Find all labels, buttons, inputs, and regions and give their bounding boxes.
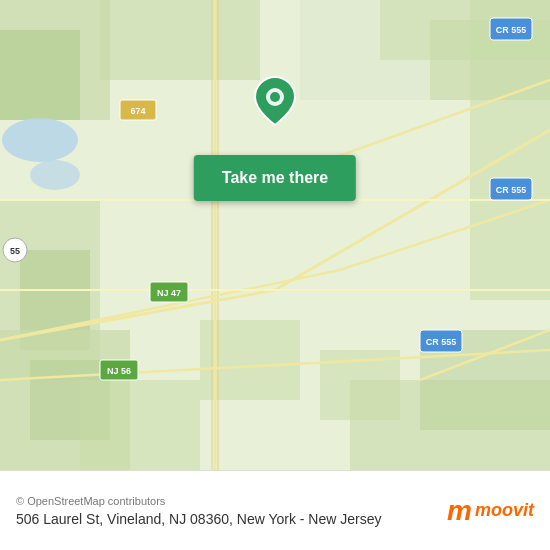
- moovit-m-icon: m: [447, 495, 471, 527]
- svg-text:55: 55: [10, 246, 20, 256]
- bottom-info-bar: © OpenStreetMap contributors 506 Laurel …: [0, 470, 550, 550]
- svg-rect-14: [80, 380, 200, 470]
- svg-point-4: [30, 160, 80, 190]
- svg-text:CR 555: CR 555: [496, 185, 527, 195]
- svg-point-46: [270, 92, 280, 102]
- map-view: CR 555 CR 555 CR 555 NJ 47 NJ 56 55 674 …: [0, 0, 550, 470]
- take-me-there-button[interactable]: Take me there: [194, 155, 356, 201]
- svg-rect-9: [470, 0, 550, 300]
- svg-text:674: 674: [130, 106, 145, 116]
- map-pin-icon: [253, 75, 297, 127]
- map-background: CR 555 CR 555 CR 555 NJ 47 NJ 56 55 674: [0, 0, 550, 470]
- svg-text:NJ 56: NJ 56: [107, 366, 131, 376]
- svg-rect-5: [100, 0, 260, 80]
- svg-point-3: [2, 118, 78, 162]
- address-text: 506 Laurel St, Vineland, NJ 08360, New Y…: [16, 511, 382, 527]
- copyright-text: © OpenStreetMap contributors: [16, 495, 382, 507]
- moovit-logo: m moovit: [447, 495, 534, 527]
- moovit-brand-text: moovit: [475, 500, 534, 521]
- svg-rect-2: [0, 30, 80, 120]
- address-area: © OpenStreetMap contributors 506 Laurel …: [16, 495, 382, 527]
- svg-text:CR 555: CR 555: [426, 337, 457, 347]
- svg-text:CR 555: CR 555: [496, 25, 527, 35]
- svg-text:NJ 47: NJ 47: [157, 288, 181, 298]
